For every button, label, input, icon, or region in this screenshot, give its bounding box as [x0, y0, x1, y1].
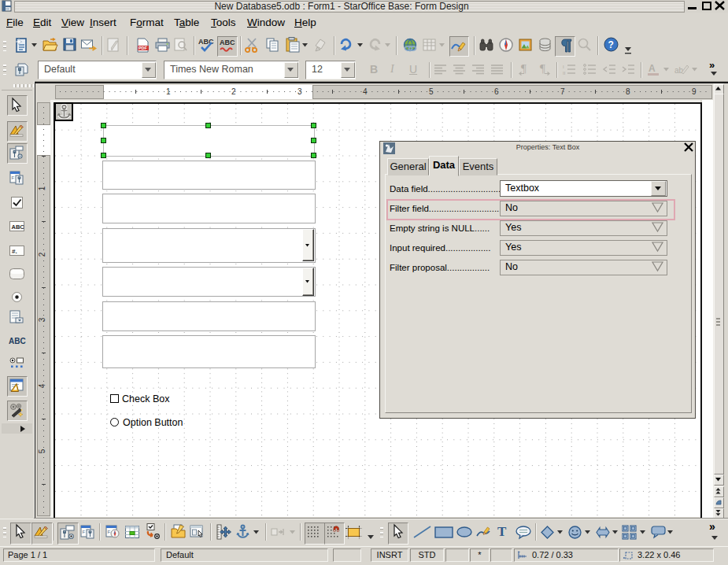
svg-text:#.: #. [12, 247, 17, 254]
svg-text:A: A [649, 63, 656, 74]
svg-text:F: F [12, 175, 15, 180]
svg-text:ABC: ABC [12, 223, 25, 230]
svg-text:II: II [563, 71, 566, 76]
svg-text:¶: ¶ [540, 62, 545, 75]
svg-text:F: F [83, 530, 86, 534]
svg-text:F: F [108, 530, 111, 534]
svg-text:ABC: ABC [220, 39, 235, 46]
svg-text:¶: ¶ [521, 62, 527, 75]
svg-text:PDF: PDF [139, 46, 147, 50]
svg-text:ABC: ABC [9, 337, 26, 345]
svg-text:I: I [563, 65, 564, 69]
svg-text:?: ? [608, 39, 614, 50]
svg-text:ABC: ABC [198, 38, 214, 46]
